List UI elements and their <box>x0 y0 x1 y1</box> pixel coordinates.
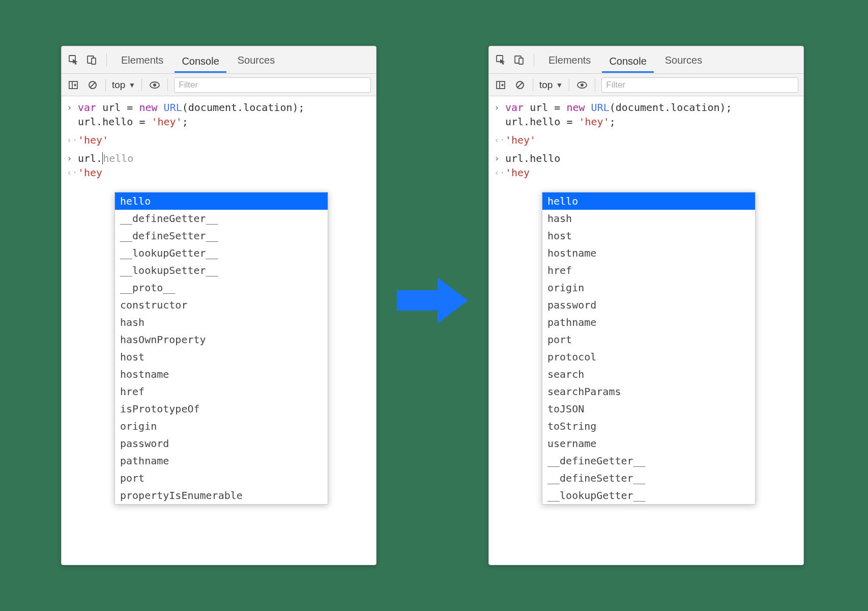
separator <box>569 79 569 91</box>
autocomplete-popup: hellohashhosthostnamehreforiginpasswordp… <box>542 192 756 505</box>
autocomplete-item[interactable]: propertyIsEnumerable <box>115 487 328 504</box>
eye-icon[interactable] <box>575 78 589 92</box>
autocomplete-item[interactable]: __defineSetter__ <box>115 227 328 244</box>
console-body: › var url = new URL(document.location); … <box>62 96 376 184</box>
svg-rect-2 <box>92 58 96 64</box>
separator <box>105 79 106 91</box>
context-selector[interactable]: top ▼ <box>539 79 563 91</box>
code: url.hello <box>78 151 133 165</box>
chevron-down-icon: ▼ <box>556 81 563 89</box>
autocomplete-item[interactable]: hello <box>542 192 755 210</box>
autocomplete-item[interactable]: hello <box>115 192 328 210</box>
console-input-line[interactable]: › url.hello <box>67 151 371 165</box>
autocomplete-list[interactable]: hello__defineGetter____defineSetter____l… <box>115 192 328 504</box>
autocomplete-item[interactable]: href <box>542 262 755 279</box>
autocomplete-item[interactable]: host <box>115 348 328 366</box>
autocomplete-item[interactable]: pathname <box>115 452 328 469</box>
tab-console[interactable]: Console <box>175 47 226 73</box>
console-output-line: ‹· 'hey <box>494 165 798 180</box>
console-input-line: url.hello = 'hey'; <box>67 115 371 129</box>
sidebar-toggle-icon[interactable] <box>67 78 80 92</box>
sidebar-toggle-icon[interactable] <box>494 78 507 92</box>
prompt-icon: › <box>494 151 505 165</box>
autocomplete-item[interactable]: origin <box>542 279 755 296</box>
autocomplete-list[interactable]: hellohashhosthostnamehreforiginpasswordp… <box>542 192 755 504</box>
chevron-down-icon: ▼ <box>128 81 135 89</box>
autocomplete-item[interactable]: pathname <box>542 314 755 331</box>
tab-elements[interactable]: Elements <box>541 46 598 74</box>
separator <box>533 79 533 91</box>
console-input-line: › var url = new URL(document.location); <box>67 100 371 115</box>
separator <box>534 53 534 67</box>
autocomplete-item[interactable]: __lookupGetter__ <box>115 244 328 262</box>
console-input-line: › var url = new URL(document.location); <box>494 100 798 115</box>
console-output-line: ‹· 'hey' <box>67 133 371 147</box>
autocomplete-item[interactable]: constructor <box>115 296 328 314</box>
inspect-icon[interactable] <box>67 53 81 67</box>
autocomplete-item[interactable]: hash <box>115 314 328 331</box>
console-output-line: ‹· 'hey' <box>494 133 798 147</box>
autocomplete-item[interactable]: hasOwnProperty <box>115 331 328 348</box>
autocomplete-item[interactable]: searchParams <box>542 383 755 400</box>
filter-input[interactable]: Filter <box>174 77 371 93</box>
autocomplete-item[interactable]: __lookupSetter__ <box>115 262 328 279</box>
tabstrip: Elements Console Sources <box>489 46 803 74</box>
svg-rect-9 <box>519 58 523 64</box>
arrow-icon <box>392 270 473 331</box>
eye-icon[interactable] <box>148 78 161 92</box>
autocomplete-item[interactable]: __proto__ <box>115 279 328 296</box>
filter-input[interactable]: Filter <box>601 77 798 93</box>
code: url.hello = 'hey'; <box>78 115 188 129</box>
context-selector[interactable]: top ▼ <box>112 79 135 91</box>
autocomplete-item[interactable]: password <box>542 296 755 314</box>
tab-elements[interactable]: Elements <box>114 46 170 74</box>
svg-point-6 <box>153 84 156 87</box>
tab-console[interactable]: Console <box>602 47 653 73</box>
clear-icon[interactable] <box>513 78 527 92</box>
autocomplete-item[interactable]: hash <box>542 210 755 227</box>
autocomplete-item[interactable]: __lookupGetter__ <box>542 487 755 504</box>
stage: Elements Console Sources top ▼ Filter <box>0 0 868 611</box>
console-input-line[interactable]: › url.hello <box>494 151 798 165</box>
context-label: top <box>539 79 553 91</box>
device-icon[interactable] <box>512 53 527 67</box>
separator <box>141 79 142 91</box>
tab-sources[interactable]: Sources <box>658 46 709 74</box>
autocomplete-item[interactable]: hostname <box>542 244 755 262</box>
autocomplete-item[interactable]: password <box>115 435 328 452</box>
inspect-icon[interactable] <box>494 53 508 67</box>
clear-icon[interactable] <box>86 78 99 92</box>
separator <box>106 53 107 67</box>
code: url.hello <box>505 151 560 165</box>
output: 'hey <box>505 165 530 180</box>
autocomplete-item[interactable]: toString <box>542 418 755 435</box>
autocomplete-item[interactable]: __defineGetter__ <box>115 210 328 227</box>
return-icon: ‹· <box>67 165 78 180</box>
autocomplete-item[interactable]: __defineGetter__ <box>542 452 755 469</box>
autocomplete-item[interactable]: port <box>115 469 328 487</box>
code: var url = new URL(document.location); <box>78 100 305 115</box>
console-toolbar: top ▼ Filter <box>489 74 803 96</box>
autocomplete-item[interactable]: origin <box>115 418 328 435</box>
tabstrip: Elements Console Sources <box>62 46 376 74</box>
device-icon[interactable] <box>85 53 99 67</box>
console-input-line: url.hello = 'hey'; <box>494 115 798 129</box>
autocomplete-popup: hello__defineGetter____defineSetter____l… <box>114 192 328 505</box>
autocomplete-item[interactable]: search <box>542 366 755 383</box>
autocomplete-item[interactable]: protocol <box>542 348 755 366</box>
output: 'hey' <box>78 133 108 147</box>
autocomplete-item[interactable]: __defineSetter__ <box>542 469 755 487</box>
prompt-icon: › <box>67 100 78 115</box>
autocomplete-item[interactable]: toJSON <box>542 400 755 418</box>
autocomplete-item[interactable]: host <box>542 227 755 244</box>
return-icon: ‹· <box>494 133 505 147</box>
autocomplete-item[interactable]: isPrototypeOf <box>115 400 328 418</box>
console-output-line: ‹· 'hey <box>67 165 371 180</box>
autocomplete-item[interactable]: username <box>542 435 755 452</box>
autocomplete-item[interactable]: port <box>542 331 755 348</box>
separator <box>595 79 595 91</box>
devtools-panel-left: Elements Console Sources top ▼ Filter <box>61 46 377 565</box>
autocomplete-item[interactable]: href <box>115 383 328 400</box>
autocomplete-item[interactable]: hostname <box>115 366 328 383</box>
tab-sources[interactable]: Sources <box>230 46 282 74</box>
